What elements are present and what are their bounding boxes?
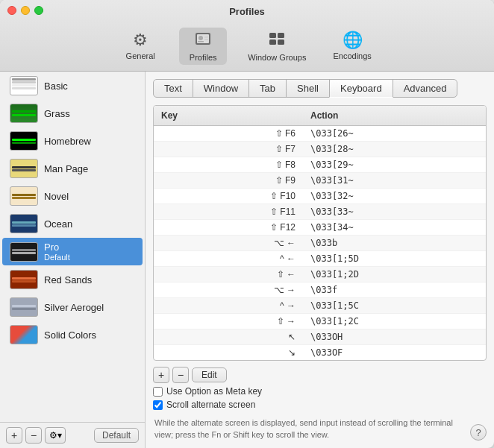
- remove-profile-button[interactable]: −: [25, 427, 42, 444]
- table-row[interactable]: ⇧ F10\033[32~: [154, 189, 486, 204]
- toolbar-item-profiles[interactable]: Profiles: [179, 28, 227, 65]
- toolbar-item-encodings[interactable]: 🌐 Encodings: [327, 28, 377, 65]
- profile-item-ocean[interactable]: Ocean: [2, 210, 143, 237]
- scroll-alt-checkbox[interactable]: [153, 400, 163, 410]
- profile-thumb-redsands: [10, 270, 38, 289]
- profile-thumb-grass: [10, 104, 38, 123]
- table-body[interactable]: ⇧ F6\033[26~⇧ F7\033[28~⇧ F8\033[29~⇧ F9…: [154, 126, 486, 360]
- profile-name-grass: Grass: [44, 108, 70, 119]
- profile-thumb-homebrew: [10, 131, 38, 151]
- profile-name-solidcolors: Solid Colors: [44, 329, 96, 341]
- table-cell-key: ^ →: [154, 298, 303, 313]
- table-row[interactable]: ^ ←\033[1;5D: [154, 251, 486, 267]
- default-button[interactable]: Default: [94, 428, 139, 443]
- sidebar-controls: + − ⚙▾ Default: [0, 422, 145, 448]
- table-cell-action: \033[32~: [303, 189, 486, 204]
- table-cell-action: \033[31~: [303, 173, 486, 188]
- table-cell-key: ⇧ →: [154, 314, 303, 329]
- table-row[interactable]: ⇧ F12\033[34~: [154, 220, 486, 236]
- add-keybinding-button[interactable]: +: [153, 367, 169, 383]
- tab-advanced[interactable]: Advanced: [393, 79, 458, 98]
- toolbar-label-general: General: [126, 51, 155, 60]
- table-cell-action: \033OF: [303, 345, 486, 360]
- profile-item-manpage[interactable]: Man Page: [2, 155, 143, 182]
- toolbar: ⚙ General Profiles: [116, 23, 378, 71]
- option-meta-checkbox[interactable]: [153, 387, 163, 397]
- profile-thumb-pro: [10, 242, 38, 262]
- add-profile-button[interactable]: +: [6, 427, 22, 444]
- toolbar-item-general[interactable]: ⚙ General: [116, 28, 164, 65]
- profile-item-redsands[interactable]: Red Sands: [2, 266, 143, 293]
- sidebar: Basic Grass Home: [0, 72, 146, 448]
- table-cell-key: ⇧ ←: [154, 267, 303, 282]
- profile-item-grass[interactable]: Grass: [2, 100, 143, 127]
- profile-list[interactable]: Basic Grass Home: [0, 72, 145, 422]
- remove-keybinding-button[interactable]: −: [172, 367, 189, 383]
- profile-thumb-basic: [10, 76, 38, 95]
- titlebar: Profiles ⚙ General Profiles: [0, 0, 494, 72]
- profile-name-basic: Basic: [44, 81, 68, 92]
- table-cell-key: ⇧ F7: [154, 142, 303, 157]
- profile-item-silveraerogel[interactable]: Silver Aerogel: [2, 294, 143, 321]
- table-row[interactable]: ⇧ F9\033[31~: [154, 173, 486, 189]
- tab-window[interactable]: Window: [193, 79, 249, 98]
- svg-rect-7: [278, 33, 284, 38]
- profile-item-basic[interactable]: Basic: [2, 72, 143, 99]
- table-cell-action: \033[33~: [303, 204, 486, 219]
- table-row[interactable]: ⇧ F11\033[33~: [154, 204, 486, 220]
- edit-keybinding-button[interactable]: Edit: [192, 367, 227, 382]
- table-cell-key: ⌥ →: [154, 283, 303, 297]
- main-panel: Text Window Tab Shell Keyboard Advanced …: [146, 72, 494, 448]
- content-area: Basic Grass Home: [0, 72, 494, 448]
- profile-item-solidcolors[interactable]: Solid Colors: [2, 321, 143, 348]
- table-row[interactable]: ⇧ F7\033[28~: [154, 142, 486, 157]
- table-row[interactable]: ⌥ →\033f: [154, 283, 486, 298]
- table-header-action: Action: [303, 109, 486, 122]
- table-row[interactable]: ⇧ →\033[1;2C: [154, 314, 486, 329]
- table-cell-action: \033[29~: [303, 157, 486, 172]
- table-cell-action: \033[28~: [303, 142, 486, 157]
- table-cell-action: \033[34~: [303, 220, 486, 235]
- table-cell-action: \033[1;2C: [303, 314, 486, 329]
- profile-item-novel[interactable]: Novel: [2, 183, 143, 209]
- tab-keyboard[interactable]: Keyboard: [329, 79, 393, 98]
- option-meta-label[interactable]: Use Option as Meta key: [166, 386, 262, 397]
- tab-tab[interactable]: Tab: [248, 79, 287, 98]
- table-header: Key Action: [154, 106, 486, 126]
- scroll-alt-row: Scroll alternate screen: [153, 400, 487, 410]
- window-groups-icon: [268, 31, 286, 51]
- table-cell-key: ↘: [154, 345, 303, 360]
- table-row[interactable]: ⌥ ←\033b: [154, 236, 486, 251]
- window: Profiles ⚙ General Profiles: [0, 0, 494, 448]
- table-row[interactable]: ⇧ F6\033[26~: [154, 126, 486, 142]
- tab-shell[interactable]: Shell: [286, 79, 330, 98]
- table-row[interactable]: ⇧ ←\033[1;2D: [154, 267, 486, 283]
- svg-rect-5: [204, 39, 208, 40]
- help-button[interactable]: ?: [470, 424, 487, 441]
- bottom-bottom: While the alternate screen is displayed,…: [153, 414, 487, 441]
- table-cell-key: ↖: [154, 329, 303, 344]
- table-cell-action: \033OH: [303, 329, 486, 344]
- profile-thumb-solidcolors: [10, 325, 38, 344]
- table-cell-key: ⇧ F9: [154, 173, 303, 188]
- table-cell-key: ^ ←: [154, 251, 303, 266]
- profile-sub-pro: Default: [44, 253, 70, 262]
- table-row[interactable]: ↖\033OH: [154, 329, 486, 345]
- option-meta-row: Use Option as Meta key: [153, 386, 487, 397]
- table-cell-action: \033[26~: [303, 126, 486, 141]
- table-cell-action: \033[1;5D: [303, 251, 486, 266]
- profile-thumb-manpage: [10, 159, 38, 178]
- table-row[interactable]: ↘\033OF: [154, 345, 486, 360]
- table-row[interactable]: ^ →\033[1;5C: [154, 298, 486, 314]
- profile-options-button[interactable]: ⚙▾: [45, 427, 66, 444]
- svg-rect-6: [269, 33, 276, 38]
- scroll-alt-label[interactable]: Scroll alternate screen: [166, 400, 255, 410]
- profile-item-pro[interactable]: Pro Default: [2, 238, 143, 265]
- toolbar-item-window-groups[interactable]: Window Groups: [242, 28, 312, 65]
- table-row[interactable]: ⇧ F8\033[29~: [154, 157, 486, 173]
- table-cell-key: ⇧ F10: [154, 189, 303, 204]
- profile-item-homebrew[interactable]: Homebrew: [2, 127, 143, 154]
- svg-point-2: [198, 36, 203, 40]
- tab-text[interactable]: Text: [153, 79, 193, 98]
- svg-rect-3: [198, 41, 204, 42]
